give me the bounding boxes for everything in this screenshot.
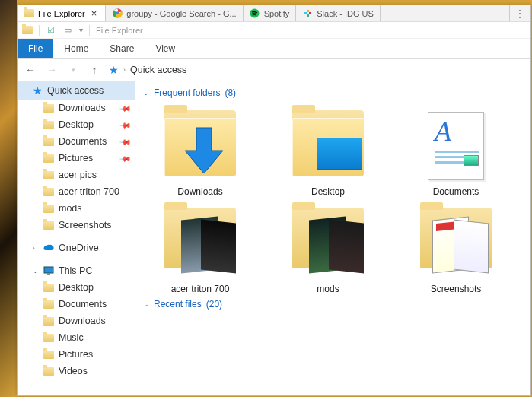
chevron-right-icon: ›	[33, 245, 39, 252]
folder-icon	[43, 349, 54, 360]
sidebar-item-label: Videos	[59, 366, 88, 376]
folder-label: mods	[317, 284, 339, 294]
folder-item-acer-triton[interactable]: acer triton 700	[143, 205, 257, 294]
ribbon-tab-home[interactable]: Home	[53, 39, 99, 58]
sidebar-item-label: Quick access	[47, 85, 104, 96]
folder-icon	[43, 332, 54, 343]
pin-icon: 📌	[119, 152, 132, 164]
onedrive-icon	[43, 243, 54, 253]
folder-label: acer triton 700	[171, 284, 230, 294]
sidebar-item-pc-downloads[interactable]: Downloads	[18, 313, 135, 329]
tab-overflow-button[interactable]: ⋮	[509, 5, 530, 21]
breadcrumb-location: Quick access	[130, 65, 186, 75]
sidebar-item-label: mods	[59, 203, 82, 214]
sidebar-item-documents[interactable]: Documents📌	[18, 133, 135, 150]
sidebar-item-pc-desktop[interactable]: Desktop	[18, 279, 135, 296]
tab-chrome[interactable]: groupy - Google Search - G...	[106, 5, 243, 21]
chevron-down-icon: ⌄	[33, 268, 39, 275]
folder-thumbnail	[158, 205, 242, 279]
folder-icon	[43, 203, 54, 214]
folder-icon	[24, 8, 34, 19]
nav-history-dropdown[interactable]: ▾	[66, 66, 80, 74]
nav-up-button[interactable]: ↑	[88, 64, 101, 76]
ribbon-tab-share[interactable]: Share	[99, 39, 145, 58]
pin-icon: 📌	[119, 102, 132, 114]
sidebar-item-this-pc[interactable]: ⌄ This PC	[18, 262, 135, 279]
nav-forward-button[interactable]: →	[45, 64, 59, 76]
folder-icon	[43, 136, 54, 147]
folder-item-downloads[interactable]: Downloads	[143, 107, 257, 197]
folder-icon[interactable]	[22, 25, 33, 36]
navigation-pane: ★ Quick access Downloads📌 Desktop📌 Docum…	[18, 81, 135, 395]
desktop-background	[0, 0, 17, 397]
folder-label: Documents	[433, 186, 479, 197]
sidebar-item-acer-triton[interactable]: acer triton 700	[18, 183, 135, 200]
folder-icon	[43, 220, 54, 230]
sidebar-item-label: Desktop	[59, 119, 94, 130]
svg-rect-6	[307, 14, 309, 17]
nav-back-button[interactable]: ←	[24, 64, 37, 76]
sidebar-item-mods[interactable]: mods	[18, 200, 135, 217]
separator	[89, 25, 90, 36]
sidebar-item-desktop[interactable]: Desktop📌	[18, 116, 135, 133]
chevron-right-icon: ›	[123, 66, 126, 74]
folder-thumbnail	[158, 107, 242, 182]
folder-icon	[43, 186, 54, 197]
ribbon-tab-view[interactable]: View	[145, 39, 186, 58]
sidebar-item-onedrive[interactable]: › OneDrive	[18, 240, 135, 256]
sidebar-item-pc-pictures[interactable]: Pictures	[18, 346, 135, 363]
sidebar-item-downloads[interactable]: Downloads📌	[18, 100, 135, 116]
window-title: File Explorer	[96, 26, 143, 35]
properties-icon[interactable]: ☑	[46, 25, 56, 36]
svg-rect-4	[309, 12, 311, 14]
section-label: Frequent folders	[154, 87, 220, 98]
close-icon[interactable]: ×	[89, 8, 100, 19]
sidebar-item-acer-pics[interactable]: acer pics	[18, 167, 135, 183]
folder-thumbnail	[286, 205, 370, 279]
document-icon: A	[428, 112, 484, 180]
sidebar-item-pc-videos[interactable]: Videos	[18, 363, 135, 380]
sidebar-item-label: Pictures	[59, 349, 93, 360]
svg-rect-5	[307, 10, 309, 12]
pin-icon: 📌	[119, 119, 132, 131]
sidebar-item-label: This PC	[59, 265, 92, 276]
tab-label: Spotify	[264, 9, 290, 18]
sidebar-item-label: Screenshots	[59, 220, 111, 230]
ribbon: File Home Share View	[18, 39, 530, 59]
spotify-icon	[250, 8, 260, 19]
section-frequent-folders[interactable]: ⌄ Frequent folders (8)	[135, 84, 530, 101]
sidebar-item-quick-access[interactable]: ★ Quick access	[18, 81, 135, 100]
folder-grid-row: Downloads Desktop A	[135, 101, 530, 198]
sidebar-item-label: OneDrive	[59, 243, 99, 253]
explorer-body: ★ Quick access Downloads📌 Desktop📌 Docum…	[18, 81, 530, 395]
folder-icon	[43, 282, 54, 293]
tab-slack[interactable]: Slack - IDG US	[296, 5, 381, 21]
tab-spotify[interactable]: Spotify	[244, 5, 297, 21]
folder-item-documents[interactable]: A Documents	[399, 107, 513, 197]
pin-icon: 📌	[119, 135, 132, 148]
sidebar-item-label: Desktop	[59, 282, 94, 293]
ribbon-tab-file[interactable]: File	[18, 39, 53, 58]
folder-label: Desktop	[311, 186, 345, 197]
folder-item-mods[interactable]: mods	[271, 205, 385, 294]
sidebar-item-pc-documents[interactable]: Documents	[18, 296, 135, 313]
quick-access-icon: ★	[33, 84, 43, 97]
sidebar-item-pc-music[interactable]: Music	[18, 329, 135, 346]
folder-item-desktop[interactable]: Desktop	[271, 107, 385, 197]
section-recent-files[interactable]: ⌄ Recent files (20)	[135, 296, 530, 313]
content-pane: ⌄ Frequent folders (8) Downloads	[135, 81, 530, 395]
qat-dropdown-icon[interactable]: ▾	[79, 26, 83, 34]
quick-access-toolbar: ☑ ▭ ▾ File Explorer	[18, 22, 530, 39]
chevron-down-icon: ⌄	[143, 300, 149, 308]
preview-image	[329, 220, 364, 274]
tab-label: Slack - IDG US	[317, 9, 374, 18]
sidebar-item-screenshots[interactable]: Screenshots	[18, 217, 135, 233]
breadcrumb[interactable]: ★ › Quick access	[109, 64, 524, 76]
sidebar-item-label: acer triton 700	[59, 186, 119, 197]
download-arrow-icon	[181, 124, 227, 177]
new-folder-icon[interactable]: ▭	[62, 25, 73, 36]
folder-label: Screenshots	[431, 284, 482, 294]
sidebar-item-pictures[interactable]: Pictures📌	[18, 150, 135, 167]
tab-file-explorer[interactable]: File Explorer ×	[18, 5, 106, 21]
folder-item-screenshots[interactable]: Screenshots	[399, 205, 513, 294]
